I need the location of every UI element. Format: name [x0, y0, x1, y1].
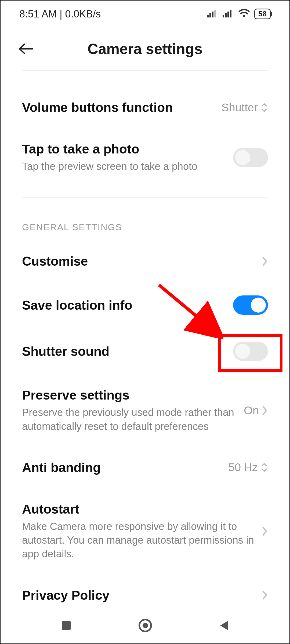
row-value: On: [244, 404, 268, 417]
row-tap-to-photo[interactable]: Tap to take a photo Tap the preview scre…: [22, 128, 268, 187]
nav-back[interactable]: [218, 619, 230, 633]
svg-rect-6: [227, 12, 229, 17]
chevron-right-icon: [262, 256, 268, 267]
svg-rect-3: [214, 10, 216, 17]
battery-icon: 58: [254, 9, 271, 19]
status-time: 8:51 AM: [19, 8, 57, 20]
toggle-knob: [235, 150, 250, 165]
row-preserve-settings[interactable]: Preserve settings Preserve the previousl…: [22, 374, 268, 447]
status-bar: 8:51 AM | 0.0KB/s 58: [1, 1, 289, 27]
square-icon: [60, 619, 73, 632]
status-speed: 0.0KB/s: [65, 8, 101, 20]
back-button[interactable]: [17, 39, 35, 58]
battery-level: 58: [258, 10, 267, 18]
row-title: Privacy Policy: [22, 588, 255, 603]
row-title: Shutter sound: [22, 344, 227, 359]
row-title: Save location info: [22, 298, 227, 313]
row-title: Autostart: [22, 502, 255, 517]
svg-rect-12: [62, 621, 71, 630]
svg-rect-2: [212, 12, 213, 17]
svg-rect-7: [230, 10, 231, 17]
row-subtitle: Preserve the previously used mode rather…: [22, 406, 237, 433]
status-left: 8:51 AM | 0.0KB/s: [19, 8, 101, 20]
svg-rect-5: [225, 13, 227, 17]
nav-recents[interactable]: [60, 619, 73, 633]
row-value: Shutter: [222, 101, 268, 114]
settings-list: Volume buttons function Shutter Tap to t…: [1, 71, 289, 616]
row-title: Tap to take a photo: [22, 142, 227, 156]
row-subtitle: Make Camera more responsive by allowing …: [22, 520, 255, 561]
arrow-left-icon: [18, 43, 34, 54]
save-location-toggle[interactable]: [233, 295, 268, 315]
signal-icon-1: [207, 8, 218, 20]
svg-marker-15: [220, 621, 228, 630]
row-anti-banding[interactable]: Anti banding 50 Hz: [22, 447, 268, 488]
wifi-icon: [238, 8, 250, 20]
toggle-knob: [251, 298, 266, 313]
svg-point-14: [143, 623, 148, 628]
row-value: 50 Hz: [228, 461, 268, 474]
chevron-right-icon: [262, 526, 268, 537]
svg-rect-1: [209, 13, 211, 17]
svg-rect-4: [223, 15, 224, 17]
row-customise[interactable]: Customise: [22, 240, 268, 282]
tap-to-photo-toggle[interactable]: [233, 148, 268, 167]
triangle-left-icon: [218, 619, 230, 632]
row-subtitle: Tap the preview screen to take a photo: [22, 160, 227, 173]
row-title: Customise: [22, 254, 255, 269]
page-title: Camera settings: [88, 40, 202, 57]
toggle-knob: [235, 344, 250, 359]
updown-icon: [260, 462, 268, 473]
row-shutter-sound[interactable]: Shutter sound: [22, 328, 268, 374]
chevron-right-icon: [262, 590, 268, 601]
page-header: Camera settings: [1, 27, 289, 70]
row-autostart[interactable]: Autostart Make Camera more responsive by…: [22, 488, 268, 575]
svg-rect-0: [207, 15, 209, 17]
shutter-sound-toggle[interactable]: [233, 342, 268, 361]
svg-point-8: [243, 15, 245, 17]
row-title: Preserve settings: [22, 388, 237, 402]
section-general: GENERAL SETTINGS: [22, 198, 268, 240]
updown-icon: [260, 102, 268, 113]
chevron-right-icon: [262, 405, 268, 416]
system-nav-bar: [1, 609, 289, 643]
signal-icon-2: [223, 8, 234, 20]
row-title: Anti banding: [22, 460, 222, 475]
row-volume-buttons[interactable]: Volume buttons function Shutter: [22, 87, 268, 128]
nav-home[interactable]: [138, 618, 153, 634]
row-title: Volume buttons function: [22, 100, 215, 115]
row-save-location[interactable]: Save location info: [22, 282, 268, 328]
circle-icon: [138, 618, 153, 633]
status-right: 58: [207, 8, 271, 20]
